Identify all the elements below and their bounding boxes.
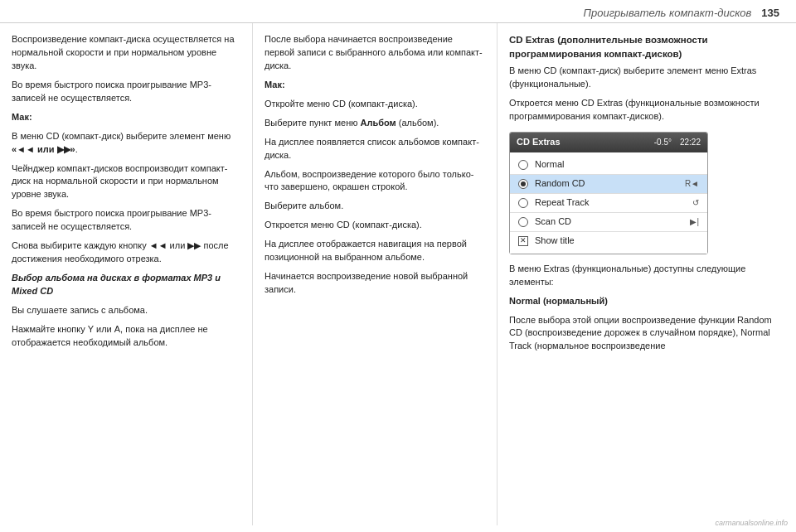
column-3: CD Extras (дополнительные возможности пр… [498, 23, 796, 525]
col1-p6: Во время быстрого поиска проигрывание MP… [12, 207, 240, 234]
cd-extras-body: Normal Random CD R◄ Repeat Track [510, 152, 707, 254]
col1-p7: Снова выбирите каждую кнопку ◄◄ или ▶▶ п… [12, 239, 240, 266]
column-1: Воспроизведение компакт-диска осуществля… [0, 23, 253, 525]
cd-extras-header-info: -0.5° 22:22 [654, 137, 701, 149]
col3-after1: В меню Extras (функциональные) доступны … [509, 263, 784, 289]
col1-p5: Чейнджер компакт-дисков воспроизводит ко… [12, 162, 240, 202]
col1-p1: Воспроизведение компакт-диска осуществля… [12, 33, 240, 73]
col1-p8: Выбор альбома на дисках в форматах MP3 и… [12, 272, 240, 298]
col3-after2: После выбора этой опции воспроизведение … [509, 314, 784, 354]
radio-random-cd-circle [518, 179, 528, 189]
col2-p3: Откройте меню CD (компакт-диска). [265, 98, 485, 111]
radio-repeat-track-label: Repeat Track [535, 196, 692, 210]
col2-p6: Альбом, воспроизведение которого было то… [265, 168, 485, 195]
col3-after2-title: Normal (нормальный) [509, 295, 784, 308]
col1-p10: Нажмайте кнопку Y или A, пока на дисплее… [12, 323, 240, 350]
radio-normal-label: Normal [535, 158, 699, 172]
col2-p1: После выбора начинается воспроизведение … [265, 33, 485, 73]
radio-repeat-track-icon: ↺ [692, 197, 699, 210]
cd-extras-panel: CD Extras -0.5° 22:22 Normal [509, 132, 708, 254]
checkbox-show-title[interactable]: ✕ Show title [510, 232, 707, 250]
radio-normal[interactable]: Normal [510, 156, 707, 174]
header-page: 135 [761, 7, 779, 19]
radio-scan-cd-circle [518, 217, 528, 227]
col3-intro: В меню CD (компакт-диск) выберите элемен… [509, 65, 784, 91]
page-header: Проигрыватель компакт-дисков 135 [0, 0, 796, 23]
page-container: Проигрыватель компакт-дисков 135 Воспрои… [0, 0, 796, 532]
cd-extras-time: 22:22 [680, 137, 701, 149]
checkbox-show-title-label: Show title [535, 235, 699, 248]
col2-p4: Выберите пункт меню Альбом (альбом). [265, 117, 485, 130]
cd-extras-panel-title: CD Extras [517, 136, 561, 149]
col2-p7: Выберите альбом. [265, 200, 485, 213]
radio-normal-circle [518, 160, 528, 170]
radio-scan-cd-icon: ▶| [690, 216, 699, 229]
col1-p9: Вы слушаете запись с альбома. [12, 304, 240, 317]
radio-repeat-track[interactable]: Repeat Track ↺ [510, 194, 707, 212]
col3-intro2: Откроется меню CD Extras (функциональные… [509, 97, 784, 123]
col1-p4: В меню CD (компакт-диск) выберите элемен… [12, 130, 240, 157]
radio-scan-cd[interactable]: Scan CD ▶| [510, 213, 707, 231]
content-area: Воспроизведение компакт-диска осуществля… [0, 23, 796, 525]
header-title: Проигрыватель компакт-дисков [584, 7, 752, 19]
col2-p2: Мак: [265, 79, 485, 92]
radio-random-cd-label: Random CD [535, 177, 685, 191]
radio-random-cd-icon: R◄ [685, 178, 699, 191]
col2-p10: Начинается воспроизведение новой выбранн… [265, 270, 485, 297]
col1-p2: Во время быстрого поиска проигрывание MP… [12, 79, 240, 105]
col2-p9: На дисплее отображается навигация на пер… [265, 238, 485, 264]
checkbox-show-title-box: ✕ [518, 236, 528, 246]
radio-random-cd[interactable]: Random CD R◄ [510, 175, 707, 193]
col2-p5: На дисплее появляется список альбомов ко… [265, 136, 485, 162]
watermark: carmanualsonline.info [715, 519, 788, 527]
radio-repeat-track-circle [518, 198, 528, 208]
col2-p8: Откроется меню CD (компакт-диска). [265, 219, 485, 232]
column-2: После выбора начинается воспроизведение … [253, 23, 498, 525]
col3-section-title: CD Extras (дополнительные возможности пр… [509, 33, 784, 60]
cd-extras-temp: -0.5° [654, 137, 672, 149]
cd-extras-header: CD Extras -0.5° 22:22 [510, 133, 707, 152]
radio-scan-cd-label: Scan CD [535, 215, 690, 229]
col1-p3: Мак: [12, 111, 240, 124]
